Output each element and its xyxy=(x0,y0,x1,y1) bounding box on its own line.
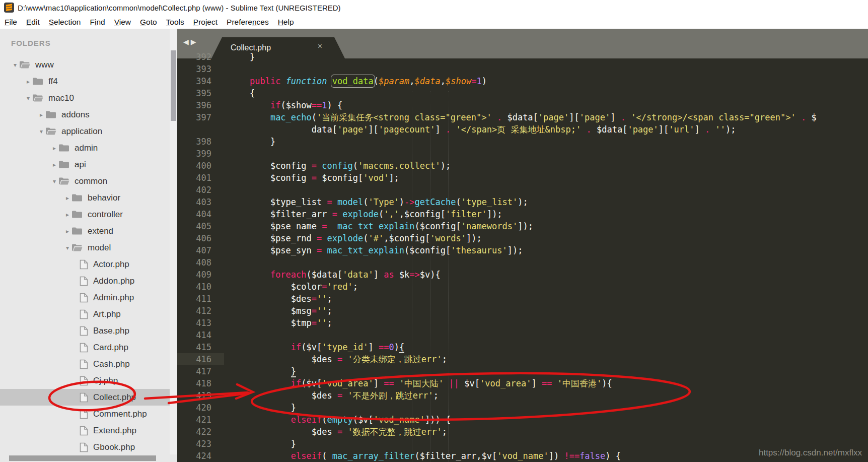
code-line-400: 400 $config = config('maccms.collect'); xyxy=(177,160,868,172)
file-actor-php[interactable]: Actor.php xyxy=(0,256,170,273)
expanded-arrow-icon[interactable]: ▾ xyxy=(24,95,32,102)
code-viewport[interactable]: 392 }393394 public function vod_data($pa… xyxy=(177,51,868,462)
file-cash-php[interactable]: Cash.php xyxy=(0,356,170,372)
code-line-404: 404 $filter_arr = explode(',',$config['f… xyxy=(177,208,868,220)
folder-addons[interactable]: ▸addons xyxy=(0,106,170,123)
code-line-408: 408 xyxy=(177,256,868,269)
closed-folder-icon xyxy=(58,160,69,169)
closed-folder-icon xyxy=(58,144,69,152)
file-admin-php[interactable]: Admin.php xyxy=(0,289,170,306)
line-number: 398 xyxy=(177,136,224,148)
line-number: 423 xyxy=(177,438,224,450)
folder-controller[interactable]: ▸controller xyxy=(0,206,170,223)
line-number: 403 xyxy=(177,196,224,208)
folder-model[interactable]: ▾model xyxy=(0,239,170,256)
collapsed-arrow-icon[interactable]: ▸ xyxy=(63,194,71,202)
tab-close-icon[interactable]: × xyxy=(318,42,322,51)
tab-nav-arrows[interactable]: ◀▶ xyxy=(183,38,198,46)
file-gbook-php[interactable]: Gbook.php xyxy=(0,439,170,455)
collapsed-arrow-icon[interactable]: ▸ xyxy=(50,145,58,152)
code-line-421: 421 elseif(empty($v['vod_name'])) { xyxy=(177,414,868,426)
expanded-arrow-icon[interactable]: ▾ xyxy=(63,244,71,251)
menu-project[interactable]: Project xyxy=(189,18,222,27)
code-text: elseif( mac_array_filter($filter_arr,$v[… xyxy=(229,450,621,462)
collapsed-arrow-icon[interactable]: ▸ xyxy=(63,211,71,218)
code-line-396: 396 if($show==1) { xyxy=(177,99,868,111)
menu-preferences[interactable]: Preferences xyxy=(222,18,273,27)
menu-view[interactable]: View xyxy=(110,18,135,27)
tree-item-label: Comment.php xyxy=(93,409,147,419)
file-addon-php[interactable]: Addon.php xyxy=(0,273,170,289)
open-folder-icon xyxy=(45,127,56,136)
file-comment-php[interactable]: Comment.php xyxy=(0,406,170,422)
menu-find[interactable]: Find xyxy=(85,18,109,27)
folder-admin[interactable]: ▸admin xyxy=(0,140,170,156)
menu-selection[interactable]: Selection xyxy=(44,18,86,27)
sidebar-vertical-scrollbar[interactable] xyxy=(170,29,177,454)
code-text: } xyxy=(229,438,296,450)
tree-item-label: application xyxy=(61,126,102,137)
tree-item-label: behavior xyxy=(88,193,120,203)
folder-behavior[interactable]: ▸behavior xyxy=(0,189,170,206)
code-text: } xyxy=(229,402,296,414)
line-number: 414 xyxy=(177,329,224,341)
tree-item-label: admin xyxy=(75,143,98,153)
folder-www[interactable]: ▾www xyxy=(0,56,170,73)
expanded-arrow-icon[interactable]: ▾ xyxy=(37,128,45,135)
line-number: 412 xyxy=(177,305,224,317)
code-line-wrap: data['page']['pagecount'] . '</span>页 采集… xyxy=(177,123,868,136)
line-number: 424 xyxy=(177,450,224,462)
folders-header: FOLDERS xyxy=(11,39,51,47)
folder-application[interactable]: ▾application xyxy=(0,123,170,140)
expanded-arrow-icon[interactable]: ▾ xyxy=(50,178,58,185)
code-line-412: 412 $msg=''; xyxy=(177,305,868,317)
sidebar-scrollbar-thumb[interactable] xyxy=(171,50,176,121)
folder-ff4[interactable]: ▸ff4 xyxy=(0,73,170,90)
collapsed-arrow-icon[interactable]: ▸ xyxy=(37,111,45,118)
collapsed-arrow-icon[interactable]: ▸ xyxy=(63,228,71,235)
tree-item-label: www xyxy=(35,60,54,70)
file-cj-php[interactable]: Cj.php xyxy=(0,372,170,389)
collapsed-arrow-icon[interactable]: ▸ xyxy=(24,78,32,85)
code-text: $des = '不是外剧，跳过err'; xyxy=(229,389,439,402)
menu-help[interactable]: Help xyxy=(273,18,299,27)
back-icon[interactable]: ◀ xyxy=(183,38,191,46)
closed-folder-icon xyxy=(32,77,43,86)
file-icon xyxy=(80,409,88,419)
tree-item-label: Collect.php xyxy=(93,392,136,403)
expanded-arrow-icon[interactable]: ▾ xyxy=(11,61,19,69)
menu-file[interactable]: File xyxy=(0,18,22,27)
sidebar-horizontal-scrollbar[interactable] xyxy=(9,455,156,461)
file-art-php[interactable]: Art.php xyxy=(0,306,170,322)
code-text: foreach($data['data'] as $k=>$v){ xyxy=(229,269,441,281)
closed-folder-icon xyxy=(71,210,83,219)
file-collect-php[interactable]: Collect.php xyxy=(0,389,170,406)
closed-folder-icon xyxy=(71,227,83,235)
tree-item-label: api xyxy=(75,160,86,170)
tree-item-label: Cj.php xyxy=(93,376,118,386)
code-line-409: 409 foreach($data['data'] as $k=>$v){ xyxy=(177,269,868,281)
menu-tools[interactable]: Tools xyxy=(162,18,189,27)
file-base-php[interactable]: Base.php xyxy=(0,322,170,339)
folder-extend[interactable]: ▸extend xyxy=(0,223,170,239)
code-text: $color='red'; xyxy=(229,281,358,293)
open-folder-icon xyxy=(58,177,69,185)
tree-item-label: Base.php xyxy=(93,326,129,336)
file-extend-php[interactable]: Extend.php xyxy=(0,422,170,439)
menu-edit[interactable]: Edit xyxy=(22,18,44,27)
folder-api[interactable]: ▸api xyxy=(0,156,170,173)
code-line-405: 405 $pse_name = mac_txt_explain($config[… xyxy=(177,220,868,232)
line-number: 396 xyxy=(177,99,224,111)
file-card-php[interactable]: Card.php xyxy=(0,339,170,356)
code-line-393: 393 xyxy=(177,63,868,75)
code-text: $pse_rnd = explode('#',$config['words'])… xyxy=(229,232,482,244)
code-text: if($show==1) { xyxy=(229,99,342,111)
collapsed-arrow-icon[interactable]: ▸ xyxy=(50,161,58,168)
code-line-416: 416 $des = '分类未绑定，跳过err'; xyxy=(177,353,868,365)
line-number: 407 xyxy=(177,244,224,256)
menu-goto[interactable]: Goto xyxy=(135,18,162,27)
folder-mac10[interactable]: ▾mac10 xyxy=(0,90,170,106)
folder-common[interactable]: ▾common xyxy=(0,173,170,189)
code-text: $des = '数据不完整，跳过err'; xyxy=(229,426,447,438)
forward-icon[interactable]: ▶ xyxy=(191,38,198,46)
